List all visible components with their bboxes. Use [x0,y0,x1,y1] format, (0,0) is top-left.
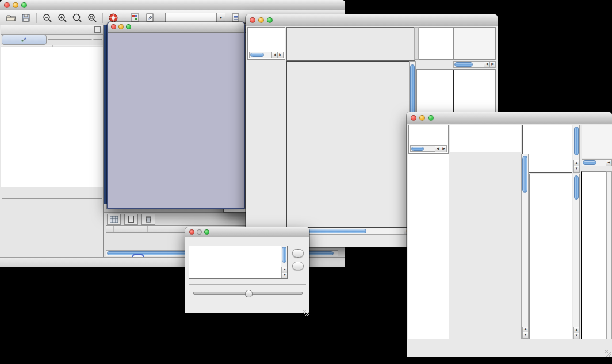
attribute-list-scrollbar[interactable]: ▲ ▼ [281,246,287,278]
treeview2-lights [411,115,434,121]
treeview2-labels-scrollbar[interactable]: ▲▼ [573,125,580,173]
attribute-listbox[interactable]: ▲ ▼ [189,246,288,279]
treeview2-view-status: ◀▶ [408,125,449,154]
attribute-select-icon[interactable] [107,214,121,225]
zoom-button[interactable] [21,2,27,8]
treeview1-column-dendrogram[interactable] [286,27,415,61]
control-panel-tabs [1,35,103,45]
col-edges[interactable] [78,45,102,47]
zoom-in-icon[interactable] [57,13,67,23]
resize-grip[interactable] [303,310,309,316]
main-traffic-lights [4,2,27,8]
close-button[interactable] [250,17,255,23]
annotation-icon[interactable] [144,13,155,23]
treeview2-usage-scrollbar[interactable]: ◀ [582,159,612,166]
minimize-button[interactable] [13,2,18,8]
network-window [107,22,245,209]
network-window-lights [111,24,131,29]
import-table-icon[interactable] [230,13,240,23]
treeview1-row-dendrogram[interactable] [247,61,285,227]
new-attribute-icon[interactable] [124,214,138,225]
main-title-bar[interactable] [0,0,345,11]
close-button[interactable] [411,115,416,121]
view-status-scrollbar[interactable]: ◀▶ [249,52,284,58]
treeview1-usage-scrollbar[interactable]: ◀▶ [453,61,496,68]
tab-network[interactable] [2,35,47,45]
network-view-canvas[interactable] [108,33,244,208]
control-panel [1,25,104,257]
view-status-line1 [248,28,285,29]
tab-vizmapper[interactable] [48,39,93,40]
minimize-button[interactable] [258,17,264,23]
col-nodes[interactable] [53,45,78,47]
network-table [1,47,103,187]
buttons-divider [189,304,306,304]
treeview2-detail-panel [529,174,572,339]
treeview1-view-status: ◀▶ [247,27,285,60]
desktop: ▼ [0,0,612,364]
network-overview-panel[interactable] [2,198,102,257]
save-icon[interactable] [21,13,31,23]
resize-grip[interactable] [605,350,611,357]
minimize-button[interactable] [118,24,124,29]
treeview2-genes-scrollbar[interactable] [606,171,612,339]
minimize-button [197,229,202,235]
close-button[interactable] [4,2,10,8]
treeview2-column-tree[interactable] [450,125,521,152]
treeview2-heatmap[interactable] [449,154,521,339]
float-panel-icon[interactable] [94,26,101,33]
help-ring-icon[interactable] [108,13,118,23]
treeview1-title-bar[interactable] [246,14,498,26]
zoom-fit-icon[interactable] [72,13,82,23]
attr-col-id[interactable] [114,226,148,232]
map-colors-dialog: ▲ ▼ [185,227,309,313]
zoom-button[interactable] [428,115,434,121]
zoom-button[interactable] [267,17,273,23]
toolbar-separator [124,13,124,23]
treeview2-title-bar[interactable] [407,112,612,124]
move-down-button[interactable] [292,262,304,270]
search-dropdown-button[interactable]: ▼ [217,13,225,23]
treeview2-window: ◀▶ ▲▼ ◀ ▲▼ [407,112,612,357]
treeview1-lights [250,17,273,23]
similarity-matrix[interactable] [420,79,447,105]
treeview2-gene-list[interactable] [581,171,606,339]
treeview2-row-dendrogram[interactable] [408,154,449,339]
speed-slider[interactable] [193,292,303,295]
treeview1-column-labels[interactable] [419,27,453,60]
control-panel-header [1,25,103,35]
slider-thumb[interactable] [245,290,253,297]
view-status-line1 [409,125,448,127]
toolbar-separator [36,13,37,23]
treeview2-vscrollbar[interactable]: ▲▼ [521,154,529,339]
detail-heatmap[interactable] [533,176,568,337]
minimize-button[interactable] [419,115,425,121]
usage-hints-line1 [582,125,612,127]
toolbar-separator [102,13,103,23]
zoom-out-icon[interactable] [42,13,52,23]
treeview2-column-labels[interactable] [522,125,572,173]
dialog-lights [189,229,209,235]
close-button[interactable] [111,24,116,29]
open-folder-icon[interactable] [6,13,16,23]
treeview1-usage-hints [453,27,496,60]
node-attribute-icon[interactable] [129,13,140,23]
treeview2-usage-hints [582,125,612,158]
delete-attribute-icon[interactable] [141,214,155,225]
col-network[interactable] [1,45,53,47]
close-button[interactable] [189,229,194,235]
treeview1-heatmap[interactable] [286,61,410,228]
zoom-button[interactable] [204,229,209,235]
search-input[interactable] [165,13,217,23]
zoom-selected-icon[interactable] [87,13,97,23]
tab-more-arrow[interactable] [93,39,102,40]
view-status-scrollbar[interactable]: ◀▶ [410,145,447,152]
move-up-button[interactable] [292,249,304,258]
treeview1-splitter[interactable] [414,27,419,60]
zoom-button[interactable] [126,24,131,29]
treeview2-detail-scrollbar[interactable]: ▲▼ [573,174,580,339]
usage-hints-line1 [454,28,495,29]
speed-group-divider [189,284,306,285]
search-combobox: ▼ [165,13,225,23]
